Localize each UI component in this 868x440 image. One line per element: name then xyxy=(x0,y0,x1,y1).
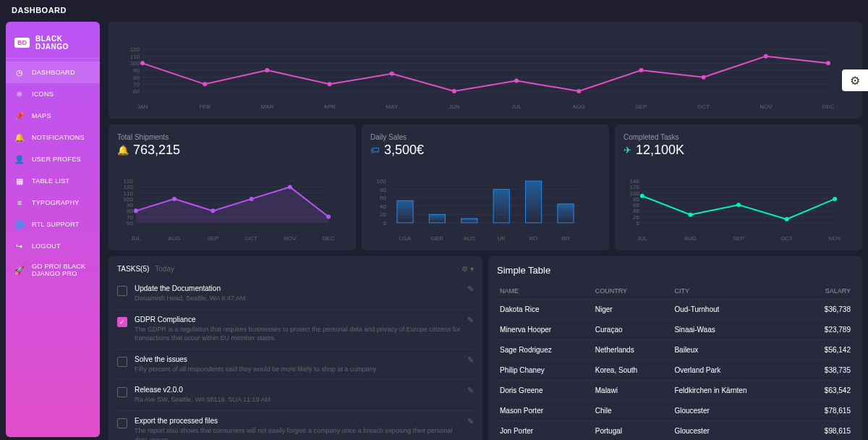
table-cell: $23,789 xyxy=(801,320,854,340)
nav-label: TYPOGRAPHY xyxy=(32,199,80,206)
task-desc: The report also shows that consumers wil… xyxy=(135,426,461,440)
table-cell: $78,615 xyxy=(801,401,854,421)
svg-point-22 xyxy=(639,68,643,72)
table-cell: Doris Greene xyxy=(497,381,592,401)
sidebar-item-go-pro-black-django-pro[interactable]: 🚀GO PRO! BLACK DJANGO PRO xyxy=(6,257,100,283)
sidebar-item-dashboard[interactable]: ◷DASHBOARD xyxy=(6,62,100,83)
sidebar-item-logout[interactable]: ↪LOGOUT xyxy=(6,235,100,257)
sidebar-item-user-profes[interactable]: 👤USER PROFES xyxy=(6,148,100,170)
table-header-row: NAMECOUNTRYCITYSALARY xyxy=(497,283,854,300)
mini-card-label: Total Shipments xyxy=(117,133,347,141)
table-cell: Sage Rodriguez xyxy=(497,340,592,360)
task-desc: The GDPR is a regulation that requires b… xyxy=(135,325,461,343)
edit-icon[interactable]: ✎ xyxy=(467,355,474,365)
edit-icon[interactable]: ✎ xyxy=(467,386,474,395)
edit-icon[interactable]: ✎ xyxy=(467,284,474,294)
task-row: Update the DocumentationDwuamish Head, S… xyxy=(117,279,474,310)
svg-point-111 xyxy=(833,197,837,201)
svg-text:OCT: OCT xyxy=(697,103,710,110)
table-row: Philip ChaneyKorea, SouthOverland Park$3… xyxy=(497,360,854,381)
svg-rect-79 xyxy=(397,200,413,223)
task-checkbox[interactable] xyxy=(117,357,127,367)
brand[interactable]: BD BLACK DJANGO xyxy=(6,28,100,59)
mini-card-icon: 🏷 xyxy=(370,145,380,156)
svg-text:60: 60 xyxy=(127,220,133,227)
settings-fab[interactable]: ⚙ xyxy=(842,69,868,91)
nav-icon: ↪ xyxy=(14,241,25,251)
table-cell: $38,735 xyxy=(801,360,854,381)
task-row: GDPR ComplianceThe GDPR is a regulation … xyxy=(117,310,474,350)
nav-label: RTL SUPPORT xyxy=(32,221,80,228)
sidebar-item-table-list[interactable]: ▦TABLE LIST xyxy=(6,170,100,192)
svg-point-55 xyxy=(134,208,138,213)
sidebar-item-typography[interactable]: ≡TYPOGRAPHY xyxy=(6,192,100,213)
svg-text:JUL: JUL xyxy=(131,235,142,242)
svg-point-24 xyxy=(764,54,768,59)
task-checkbox[interactable] xyxy=(117,387,127,397)
sidebar-item-notifications[interactable]: 🔔NOTIFICATIONS xyxy=(6,127,100,148)
nav-label: GO PRO! BLACK DJANGO PRO xyxy=(32,263,91,277)
svg-text:NOV: NOV xyxy=(760,103,773,110)
table-cell: Dakota Rice xyxy=(497,300,592,320)
svg-text:APR: APR xyxy=(323,103,336,110)
svg-text:110: 110 xyxy=(130,54,140,60)
task-checkbox[interactable] xyxy=(117,418,127,428)
svg-point-20 xyxy=(514,79,519,83)
tasks-gear-icon[interactable]: ⚙ ▾ xyxy=(461,265,474,273)
svg-text:100: 100 xyxy=(630,190,640,197)
task-row: Release v2.0.0Ra Ave SW, Seattle, WA 981… xyxy=(117,380,474,411)
svg-text:USA: USA xyxy=(399,235,412,242)
svg-rect-82 xyxy=(493,190,509,223)
table-cell: Portugal xyxy=(592,421,672,441)
sidebar-item-maps[interactable]: 📌MAPS xyxy=(6,105,100,127)
svg-text:OCT: OCT xyxy=(780,235,793,242)
brand-badge: BD xyxy=(14,38,30,48)
edit-icon[interactable]: ✎ xyxy=(467,316,474,325)
mini-card-icon: ✈ xyxy=(624,145,631,156)
svg-text:UK: UK xyxy=(498,235,506,242)
svg-point-56 xyxy=(172,197,176,201)
edit-icon[interactable]: ✎ xyxy=(467,417,474,426)
svg-text:120: 120 xyxy=(630,184,640,190)
nav-label: DASHBOARD xyxy=(32,69,75,76)
svg-rect-80 xyxy=(429,214,445,223)
svg-text:100: 100 xyxy=(124,196,134,203)
svg-text:120: 120 xyxy=(124,184,134,190)
svg-point-18 xyxy=(390,72,394,76)
svg-rect-83 xyxy=(525,181,541,223)
tasks-sub: Today xyxy=(155,265,174,273)
table-cell: Feldkirchen in Kärnten xyxy=(671,381,801,401)
svg-point-58 xyxy=(250,197,254,201)
table-header: CITY xyxy=(671,283,801,300)
svg-text:20: 20 xyxy=(380,211,386,218)
table-cell: Malawi xyxy=(592,381,672,401)
svg-point-60 xyxy=(326,215,331,219)
svg-text:AUG: AUG xyxy=(169,235,181,242)
table-header: SALARY xyxy=(801,283,854,300)
table-cell: Baileux xyxy=(671,340,801,360)
table-header: NAME xyxy=(497,283,592,300)
svg-text:80: 80 xyxy=(633,196,639,203)
svg-text:MAY: MAY xyxy=(386,103,398,110)
nav-label: ICONS xyxy=(32,90,54,98)
sidebar-item-icons[interactable]: ⚛ICONS xyxy=(6,83,100,105)
nav-icon: ◷ xyxy=(14,67,25,77)
svg-point-109 xyxy=(736,203,741,207)
sidebar: BD BLACK DJANGO ◷DASHBOARD⚛ICONS📌MAPS🔔NO… xyxy=(6,22,100,437)
mini-card-value: 🔔763,215 xyxy=(117,143,347,158)
tasks-card: TASKS(5) Today ⚙ ▾ Update the Documentat… xyxy=(109,256,482,440)
sidebar-item-rtl-support[interactable]: 🌐RTL SUPPORT xyxy=(6,213,100,235)
nav-label: TABLE LIST xyxy=(32,177,69,185)
task-checkbox[interactable] xyxy=(117,317,127,327)
svg-text:DEC: DEC xyxy=(323,235,335,242)
svg-text:60: 60 xyxy=(380,195,386,201)
task-checkbox[interactable] xyxy=(117,286,127,296)
tasks-heading: TASKS(5) xyxy=(117,265,149,273)
nav-label: MAPS xyxy=(32,112,51,119)
task-title: GDPR Compliance xyxy=(135,316,461,323)
table-header: COUNTRY xyxy=(592,283,672,300)
svg-text:NOV: NOV xyxy=(829,235,842,242)
svg-text:FEB: FEB xyxy=(199,103,210,110)
task-title: Update the Documentation xyxy=(135,284,461,292)
svg-text:MAR: MAR xyxy=(260,103,273,110)
